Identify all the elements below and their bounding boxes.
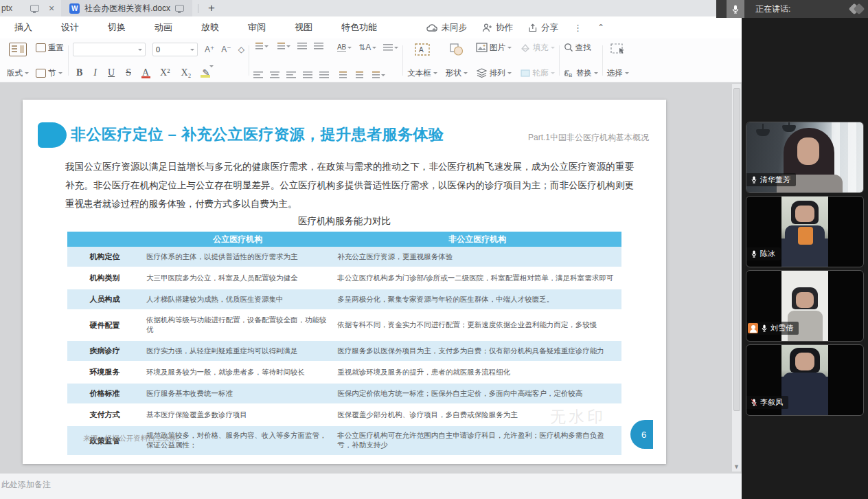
notes-placeholder[interactable]: 此处添加备注 — [0, 473, 742, 499]
watermark-text: 无水印 — [550, 406, 606, 428]
justify-button[interactable] — [303, 71, 312, 78]
chevron-down-icon — [138, 49, 142, 53]
shapes-button[interactable]: 形状 — [446, 68, 468, 78]
new-tab-button[interactable]: + — [204, 1, 219, 15]
align-right-button[interactable] — [286, 71, 296, 78]
menu-slideshow[interactable]: 放映 — [187, 21, 233, 34]
align-left-button[interactable] — [253, 71, 263, 78]
sync-status-button[interactable]: 未同步 — [426, 22, 467, 34]
font-size-select[interactable]: 0 — [152, 43, 198, 56]
menu-review[interactable]: 审阅 — [233, 21, 280, 34]
numbered-list-button[interactable] — [275, 43, 290, 49]
table-row: 疾病诊疗医疗实力强，从轻症到疑难重症均可以得到满足医疗服务多以医保外项目为主，支… — [67, 340, 621, 362]
table-row: 人员构成人才梯队搭建较为成熟，优质医生资源集中多呈两极分化，聚集专家资源与年轻的… — [67, 289, 621, 310]
layout-button[interactable]: 版式 — [7, 68, 29, 78]
slide[interactable]: 非公医疗定位 – 补充公立医疗资源，提升患者服务体验 Part.1中国非公医疗机… — [23, 100, 666, 464]
replace-icon: BA — [564, 69, 574, 78]
table-header-row: 公立医疗机构 非公立医疗机构 — [67, 232, 621, 247]
change-case-button[interactable]: AB — [337, 43, 352, 52]
tab-strip: ptx × W 社会办医相关资料.docx + — [0, 0, 742, 16]
line-spacing-button[interactable] — [383, 44, 398, 51]
text-direction-button[interactable]: ⇅A — [358, 43, 376, 52]
underline-button[interactable]: U — [104, 67, 118, 78]
outline-button[interactable]: 轮廓 — [520, 68, 555, 78]
menu-view[interactable]: 视图 — [280, 21, 327, 34]
tab-document-label: 社会办医相关资料.docx — [84, 3, 170, 14]
menu-transition[interactable]: 切换 — [93, 21, 140, 34]
participant-tile[interactable]: 清华董芳 — [746, 122, 864, 193]
source-note: 来源：根据公开资料自主绘制。 — [83, 434, 184, 443]
find-button[interactable]: 查找 — [564, 43, 598, 53]
participant-tile[interactable]: 陈冰 — [746, 196, 864, 267]
participant-tile[interactable]: 李叙凤 — [746, 344, 864, 416]
meeting-panel: 清华董芳 陈冰 刘雪倩 李叙凤 — [742, 0, 868, 499]
more-options-icon[interactable]: ⋮ — [573, 23, 582, 33]
chevron-down-icon — [209, 65, 214, 80]
picture-button[interactable]: 图片 — [476, 43, 512, 53]
fill-button[interactable]: 填充 — [520, 43, 555, 53]
increase-indent-button[interactable] — [314, 43, 323, 49]
present-screen-icon[interactable] — [30, 5, 39, 12]
tab-partial[interactable]: ptx × — [0, 0, 61, 16]
subscript-button[interactable]: X₂ — [177, 67, 194, 78]
section-button[interactable]: 节 — [36, 68, 64, 78]
collapse-ribbon-icon[interactable]: ⌃ — [597, 23, 604, 32]
superscript-button[interactable]: X² — [157, 67, 173, 78]
mic-icon — [751, 175, 757, 184]
font-family-select[interactable] — [73, 43, 146, 56]
bold-button[interactable]: B — [73, 67, 86, 78]
participant-label: 李叙凤 — [746, 396, 788, 409]
meeting-mic-button[interactable] — [727, 0, 744, 18]
arrange-icon — [476, 68, 488, 78]
vertical-scrollbar[interactable]: ▼ — [732, 84, 741, 472]
highlight-button[interactable]: ✎ — [198, 67, 217, 78]
decrease-indent-button[interactable] — [297, 43, 307, 49]
bullet-list-button[interactable] — [253, 43, 269, 49]
menu-special-features[interactable]: 特色功能 — [327, 21, 391, 34]
close-tab-icon[interactable]: × — [49, 3, 54, 13]
table-row: 机构定位医疗体系的主体，以提供普适性的医疗需求为主补充公立医疗资源，更重视服务体… — [67, 247, 621, 267]
title-accent-shape — [38, 122, 67, 148]
outline-icon — [520, 69, 531, 78]
part-label: Part.1中国非公医疗机构基本概况 — [528, 132, 649, 144]
document-canvas[interactable]: 非公医疗定位 – 补充公立医疗资源，提升患者服务体验 Part.1中国非公医疗机… — [0, 82, 742, 473]
meeting-app-logo-icon — [849, 2, 865, 16]
paragraph-option-2[interactable] — [354, 71, 363, 78]
scroll-down-arrow[interactable]: ▼ — [732, 463, 741, 470]
menu-design[interactable]: 设计 — [47, 21, 93, 34]
share-button[interactable]: 分享 — [528, 22, 558, 34]
participant-tile[interactable]: 刘雪倩 — [746, 270, 864, 342]
increase-font-button[interactable]: A⁺ — [205, 45, 214, 54]
font-color-button[interactable]: A — [139, 67, 152, 78]
align-center-button[interactable] — [270, 71, 279, 78]
strikethrough-button[interactable]: S — [122, 67, 135, 78]
scrollbar-thumb[interactable] — [733, 88, 740, 411]
present-screen-icon[interactable] — [175, 5, 184, 12]
collaborate-button[interactable]: 协作 — [482, 22, 513, 34]
tab-divider — [198, 4, 198, 13]
tab-document[interactable]: W 社会办医相关资料.docx — [61, 0, 192, 16]
wps-doc-icon: W — [69, 3, 80, 14]
replace-button[interactable]: BA 替换 — [564, 68, 598, 78]
select-button[interactable]: 选择 — [607, 68, 629, 78]
slide-title: 非公医疗定位 – 补充公立医疗资源，提升患者服务体验 — [71, 124, 444, 145]
host-badge-icon — [748, 323, 758, 333]
menu-animation[interactable]: 动画 — [140, 21, 187, 34]
table-row: 环境服务环境及服务较为一般，就诊患者多，等待时间较长重视就诊环境及服务的提升，患… — [67, 362, 621, 383]
italic-button[interactable]: I — [90, 67, 100, 78]
tab-partial-label: ptx — [1, 3, 12, 13]
menu-insert[interactable]: 插入 — [0, 21, 47, 34]
font-size-value: 0 — [156, 45, 160, 54]
reset-button[interactable]: 重置 — [36, 43, 64, 53]
comparison-table: 公立医疗机构 非公立医疗机构 机构定位医疗体系的主体，以提供普适性的医疗需求为主… — [67, 232, 621, 456]
fill-icon — [520, 43, 531, 52]
paragraph-option-3[interactable] — [370, 71, 385, 78]
clear-format-icon[interactable]: ◇ — [238, 45, 244, 54]
distribute-button[interactable] — [319, 71, 329, 78]
arrange-button[interactable]: 排列 — [476, 68, 512, 78]
textbox-button[interactable]: 文本框 — [407, 68, 437, 78]
share-icon — [528, 23, 538, 32]
mic-muted-icon — [751, 398, 757, 407]
paragraph-option-1[interactable] — [337, 71, 347, 78]
decrease-font-button[interactable]: A⁻ — [221, 45, 231, 54]
